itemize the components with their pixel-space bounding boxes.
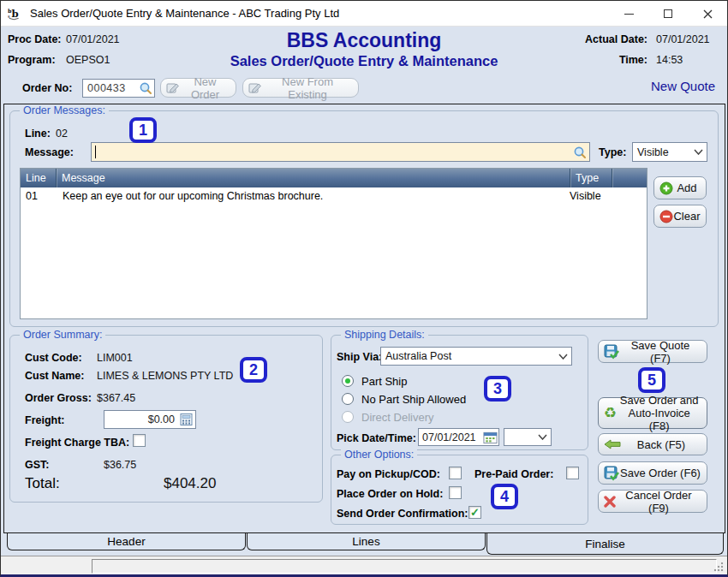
confirmation-checkbox[interactable]: ✓: [468, 506, 481, 519]
message-input[interactable]: [91, 142, 590, 162]
search-icon[interactable]: [573, 146, 587, 159]
hold-checkbox[interactable]: [449, 486, 462, 499]
column-header-message: Message: [56, 169, 570, 187]
order-no-value: 000433: [87, 82, 126, 94]
message-line-label: Line:: [25, 128, 51, 140]
mode-indicator: New Quote: [651, 79, 715, 93]
chevron-down-icon: [558, 354, 568, 360]
message-type-label: Type:: [599, 146, 626, 158]
resize-grip[interactable]: [713, 562, 724, 572]
save-order-icon: [604, 466, 619, 481]
gst-value: $36.75: [104, 459, 136, 471]
close-button[interactable]: [688, 1, 727, 27]
order-no-input[interactable]: 000433: [82, 79, 155, 98]
message-type-value: Visible: [637, 146, 669, 158]
pick-date-value: 07/01/2021: [422, 431, 476, 443]
new-order-button[interactable]: New Order: [160, 78, 236, 98]
message-type-select[interactable]: Visible: [632, 142, 707, 162]
tab-finalise[interactable]: Finalise: [486, 533, 724, 555]
clear-icon: [659, 210, 673, 223]
annotation-badge-3: 3: [484, 376, 511, 402]
save-order-auto-invoice-label: Save Order and Auto-Invoice (F8): [617, 394, 701, 432]
total-label: Total:: [25, 475, 60, 492]
back-label: Back (F5): [621, 438, 701, 451]
pick-date-input[interactable]: 07/01/2021: [418, 428, 499, 446]
back-button[interactable]: Back (F5): [598, 433, 707, 455]
prepaid-checkbox[interactable]: [566, 467, 579, 479]
search-icon[interactable]: [139, 81, 152, 95]
new-from-existing-label: New From Existing: [262, 75, 353, 101]
tab-lines[interactable]: Lines: [247, 533, 486, 550]
new-from-existing-icon: [248, 82, 262, 94]
close-icon: [703, 9, 713, 19]
clear-button[interactable]: Clear: [653, 205, 707, 228]
app-window: b s b Sales Order/Quote Entry & Maintena…: [0, 0, 728, 577]
save-order-auto-invoice-button[interactable]: ♻ Save Order and Auto-Invoice (F8): [598, 397, 707, 429]
calculator-icon[interactable]: [179, 413, 194, 426]
add-button[interactable]: Add: [653, 176, 707, 199]
maximize-button[interactable]: [648, 1, 688, 27]
table-header-row: Line Message Type: [21, 169, 647, 187]
message-label: Message:: [25, 146, 74, 158]
ship-via-select[interactable]: Australia Post: [380, 347, 572, 366]
radio-part-ship-label: Part Ship: [361, 375, 407, 388]
actual-date-value: 07/01/2021: [656, 33, 710, 45]
order-gross-label: Order Gross:: [25, 392, 92, 404]
save-quote-button[interactable]: Save Quote (F7): [598, 340, 707, 363]
annotation-badge-2: 2: [240, 357, 267, 383]
app-icon: b s b: [8, 6, 23, 21]
order-no-label: Order No:: [22, 82, 72, 94]
recycle-icon: ♻: [604, 406, 617, 420]
maximize-icon: [664, 9, 672, 18]
radio-part-ship[interactable]: [342, 375, 354, 387]
time-value: 14:53: [656, 54, 683, 66]
minimize-icon: [624, 14, 634, 15]
pay-on-pickup-label: Pay on Pickup/COD:: [337, 468, 440, 480]
svg-text:b: b: [12, 7, 19, 19]
save-order-label: Save Order (F6): [619, 467, 701, 479]
table-row[interactable]: 01 Keep an eye out for our upcoming Chri…: [21, 187, 647, 205]
freight-label: Freight:: [25, 414, 65, 426]
order-messages-table[interactable]: Line Message Type 01 Keep an eye out for…: [20, 168, 647, 319]
window-title: Sales Order/Quote Entry & Maintenance - …: [30, 7, 339, 20]
cancel-x-icon: [604, 496, 616, 508]
freight-tba-label: Freight Charge TBA:: [25, 437, 129, 449]
cust-name-label: Cust Name:: [25, 370, 84, 382]
total-value: $404.20: [164, 475, 216, 492]
other-options-legend: Other Options:: [341, 449, 417, 461]
save-order-button[interactable]: Save Order (F6): [598, 461, 707, 485]
pick-time-select[interactable]: [504, 428, 552, 446]
cancel-order-label: Cancel Order (F9): [616, 489, 701, 515]
save-quote-icon: [604, 344, 619, 360]
confirmation-label: Send Order Confirmation:: [337, 508, 468, 520]
freight-tba-checkbox[interactable]: [133, 434, 146, 447]
radio-direct-delivery[interactable]: [342, 411, 354, 423]
new-order-label: New Order: [180, 75, 230, 101]
radio-no-part-ship[interactable]: [342, 393, 354, 405]
calendar-icon[interactable]: [483, 431, 498, 444]
freight-value: $0.00: [104, 413, 179, 425]
actual-date-label: Actual Date:: [566, 33, 647, 45]
annotation-badge-5: 5: [638, 367, 665, 393]
minimize-button[interactable]: [609, 1, 648, 27]
add-icon: [659, 181, 673, 195]
radio-direct-delivery-label: Direct Delivery: [361, 411, 434, 424]
ship-via-label: Ship Via:: [337, 351, 382, 363]
svg-text:s: s: [8, 13, 10, 18]
text-caret: [95, 146, 96, 158]
checkmark-icon: ✓: [470, 508, 480, 518]
column-header-type: Type: [570, 169, 612, 187]
cell-message: Keep an eye out for our upcoming Christm…: [56, 190, 570, 202]
cell-type: Visible: [570, 190, 612, 202]
column-header-line: Line: [21, 169, 56, 187]
column-header-blank: [612, 169, 647, 187]
order-messages-legend: Order Messages:: [20, 104, 109, 116]
add-button-label: Add: [673, 181, 701, 194]
pay-on-pickup-checkbox[interactable]: [449, 467, 462, 479]
chevron-down-icon: [538, 434, 547, 440]
tab-header[interactable]: Header: [7, 533, 246, 550]
new-from-existing-button[interactable]: New From Existing: [242, 78, 359, 98]
freight-input[interactable]: $0.00: [104, 410, 196, 429]
cancel-order-button[interactable]: Cancel Order (F9): [598, 490, 707, 513]
time-label: Time:: [566, 54, 647, 66]
